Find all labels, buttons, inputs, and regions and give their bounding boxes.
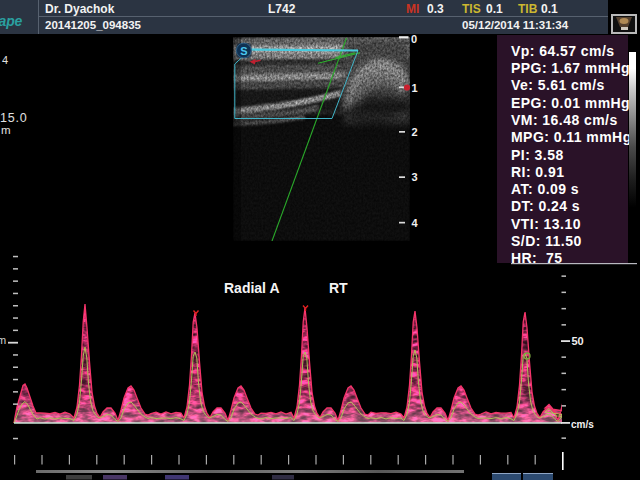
svg-text:m: m [0,334,6,346]
svg-text:0: 0 [411,33,417,45]
svg-text:cm/s: cm/s [571,419,594,430]
svg-text:15.0: 15.0 [0,111,28,125]
svg-text:RT: RT [329,280,348,296]
svg-text:50: 50 [572,335,584,347]
svg-text:m: m [1,124,11,136]
svg-text:4: 4 [412,217,419,229]
svg-text:3: 3 [412,171,418,183]
svg-text:2: 2 [412,126,418,138]
svg-text:Radial A: Radial A [224,280,280,296]
svg-text:4: 4 [2,54,8,66]
svg-text:1: 1 [412,82,418,94]
svg-text:S: S [240,45,247,57]
